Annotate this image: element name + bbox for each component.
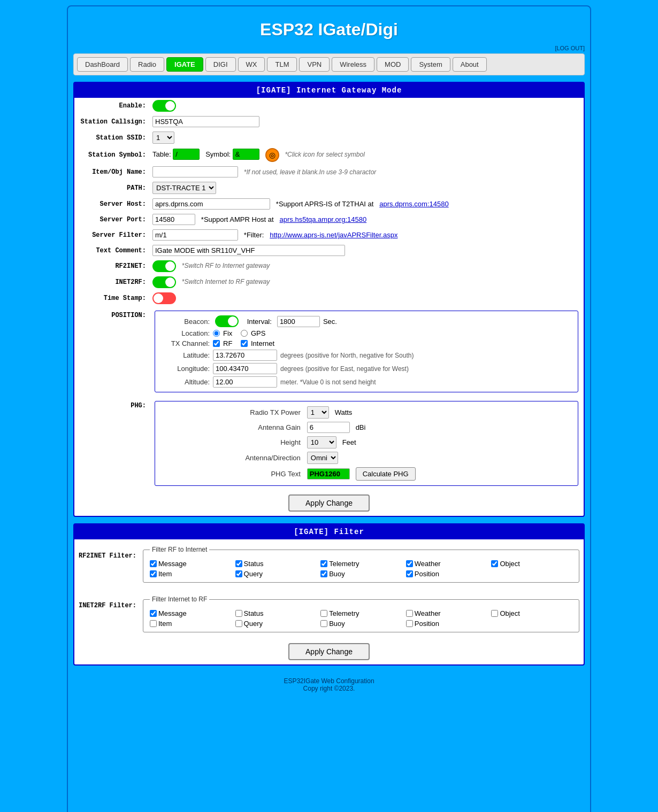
- rf2inet-object-checkbox[interactable]: [491, 560, 498, 567]
- inet2rf-telemetry-checkbox[interactable]: [320, 610, 327, 617]
- server-filter-input[interactable]: [152, 229, 238, 241]
- server-host-link[interactable]: aprs.dprns.com:14580: [379, 200, 448, 208]
- rf2inet-status-checkbox[interactable]: [235, 560, 242, 567]
- rf2inet-message-checkbox[interactable]: [150, 560, 157, 567]
- rf2inet-weather-checkbox[interactable]: [406, 560, 413, 567]
- rf2inet-position-item: Position: [406, 570, 487, 578]
- server-host-input[interactable]: [152, 198, 270, 210]
- nav-tlm[interactable]: TLM: [267, 57, 297, 72]
- item-obj-input[interactable]: [152, 166, 238, 177]
- symbol-icon[interactable]: ◎: [265, 148, 279, 162]
- callsign-label: Station Callsign:: [74, 114, 149, 129]
- latitude-input[interactable]: [213, 350, 277, 361]
- inet2rf-toggle[interactable]: [152, 276, 176, 288]
- footer-line2: Copy right ©2023.: [79, 685, 579, 692]
- inet2rf-item-checkbox[interactable]: [150, 620, 157, 627]
- rf2inet-buoy-item: Buoy: [320, 570, 402, 578]
- nav-igate[interactable]: IGATE: [166, 57, 203, 72]
- gps-label: GPS: [251, 329, 265, 337]
- radio-tx-label: Radio TX Power: [158, 405, 304, 420]
- internet-label: Internet: [251, 339, 274, 347]
- beacon-toggle[interactable]: [215, 315, 239, 327]
- filter-apply-change-button[interactable]: Apply Change: [288, 643, 370, 660]
- timestamp-label: Time Stamp:: [74, 290, 149, 306]
- enable-toggle[interactable]: [152, 100, 176, 112]
- ssid-value-cell: 1234 5678 9101112: [149, 129, 584, 146]
- longitude-label: Longitude:: [162, 365, 210, 373]
- inet2rf-position-label: Position: [415, 620, 439, 628]
- inet2rf-object-checkbox[interactable]: [491, 610, 498, 617]
- longitude-row: Longitude: degrees (positive for East, n…: [158, 362, 575, 375]
- inet2rf-weather-label: Weather: [415, 609, 441, 617]
- rf2inet-telemetry-checkbox[interactable]: [320, 560, 327, 567]
- rf2inet-toggle[interactable]: [152, 260, 176, 272]
- timestamp-toggle[interactable]: [152, 292, 176, 304]
- enable-label: Enable:: [74, 98, 149, 114]
- inet2rf-buoy-checkbox[interactable]: [320, 620, 327, 627]
- item-obj-hint: *If not used, leave it blank.In use 3-9 …: [244, 168, 376, 176]
- rf2inet-buoy-checkbox[interactable]: [320, 570, 327, 577]
- phg-text-input[interactable]: [307, 468, 350, 480]
- igate-apply-change-button[interactable]: Apply Change: [288, 494, 370, 512]
- logout-link[interactable]: [LOG OUT]: [555, 45, 585, 51]
- nav-about[interactable]: About: [453, 57, 487, 72]
- symbol-symbol-input[interactable]: [233, 149, 259, 160]
- server-port-input[interactable]: [152, 214, 195, 225]
- fix-radio[interactable]: [213, 330, 220, 337]
- dbi-label: dBi: [356, 423, 366, 431]
- radio-tx-select[interactable]: 1249 1625364964: [307, 406, 329, 419]
- text-comment-input[interactable]: [152, 245, 345, 256]
- nav-wireless[interactable]: Wireless: [332, 57, 374, 72]
- nav-digi[interactable]: DIGI: [205, 57, 236, 72]
- altitude-input[interactable]: [213, 376, 277, 388]
- rf2inet-filter-group-legend: Filter RF to Internet: [150, 546, 209, 553]
- rf2inet-query-checkbox[interactable]: [235, 570, 242, 577]
- inet2rf-status-checkbox[interactable]: [235, 610, 242, 617]
- nav-vpn[interactable]: VPN: [299, 57, 330, 72]
- server-filter-link[interactable]: http://www.aprs-is.net/javAPRSFilter.asp…: [270, 231, 397, 239]
- rf2inet-position-checkbox[interactable]: [406, 570, 413, 577]
- interval-input[interactable]: [277, 316, 320, 327]
- rf2inet-object-item: Object: [491, 560, 572, 568]
- nav-radio[interactable]: Radio: [130, 57, 164, 72]
- ssid-select[interactable]: 1234 5678 9101112: [152, 132, 174, 144]
- height-select[interactable]: 10204080 16032064012802560: [307, 436, 336, 448]
- inet2rf-query-checkbox[interactable]: [235, 620, 242, 627]
- position-label: POSITION:: [74, 306, 149, 397]
- rf-checkbox[interactable]: [213, 340, 220, 347]
- height-label: Height: [158, 435, 304, 450]
- inet2rf-weather-checkbox[interactable]: [406, 610, 413, 617]
- antenna-dir-value-cell: OmniNEESE SSWWNWN: [304, 450, 575, 466]
- server-filter-value-cell: *Filter: http://www.aprs-is.net/javAPRSF…: [149, 227, 584, 243]
- rf2inet-buoy-label: Buoy: [329, 570, 345, 578]
- server-port-link[interactable]: aprs.hs5tqa.ampr.org:14580: [280, 215, 367, 223]
- nav-mod[interactable]: MOD: [377, 57, 409, 72]
- antenna-gain-input[interactable]: [307, 422, 350, 433]
- antenna-dir-select[interactable]: OmniNEESE SSWWNWN: [307, 452, 338, 464]
- longitude-input[interactable]: [213, 363, 277, 374]
- callsign-input[interactable]: [152, 116, 259, 127]
- nav-system[interactable]: System: [411, 57, 450, 72]
- location-label: Location:: [162, 329, 210, 337]
- rf2inet-value-cell: *Switch RF to Internet gateway: [149, 258, 584, 274]
- nav-wx[interactable]: WX: [238, 57, 265, 72]
- text-comment-row: Text Comment:: [74, 243, 584, 258]
- inet2rf-buoy-label: Buoy: [329, 620, 345, 628]
- symbol-hint: *Click icon for select symbol: [285, 151, 364, 158]
- gps-radio[interactable]: [241, 330, 248, 337]
- main-container: ESP32 IGate/Digi [LOG OUT] DashBoard Rad…: [67, 5, 591, 812]
- latitude-hint: degrees (positive for North, negative fo…: [280, 352, 414, 359]
- inet2rf-position-checkbox[interactable]: [406, 620, 413, 627]
- footer-line1: ESP32IGate Web Configuration: [79, 677, 579, 685]
- path-select[interactable]: DST-TRACTE 1 WIDE1-1 WIDE2-2: [152, 182, 216, 194]
- rf2inet-telemetry-label: Telemetry: [329, 560, 359, 568]
- internet-checkbox[interactable]: [241, 340, 248, 347]
- footer: ESP32IGate Web Configuration Copy right …: [73, 672, 585, 698]
- rf2inet-item-checkbox[interactable]: [150, 570, 157, 577]
- calculate-phg-button[interactable]: Calculate PHG: [356, 467, 416, 481]
- symbol-table-input[interactable]: [173, 149, 200, 160]
- path-row: PATH: DST-TRACTE 1 WIDE1-1 WIDE2-2: [74, 180, 584, 196]
- nav-dashboard[interactable]: DashBoard: [77, 57, 128, 72]
- inet2rf-message-checkbox[interactable]: [150, 610, 157, 617]
- enable-row: Enable:: [74, 98, 584, 114]
